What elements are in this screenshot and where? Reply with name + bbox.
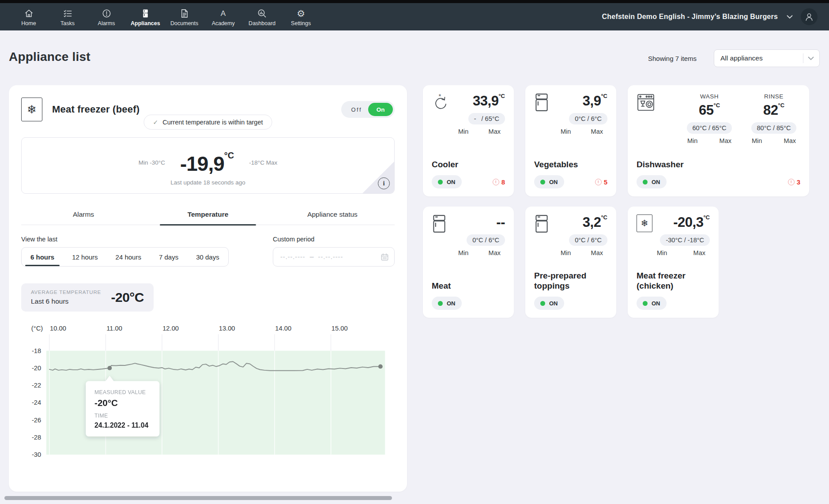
nav-item-documents[interactable]: Documents	[167, 4, 202, 29]
y-tick-label: -18	[32, 347, 41, 354]
status-badge: ON	[432, 297, 462, 310]
nav-label: Appliances	[131, 20, 160, 26]
tab-temperature[interactable]: Temperature	[146, 205, 270, 225]
range-24-hours[interactable]: 24 hours	[107, 248, 150, 266]
x-tick-label: 12.00	[162, 325, 179, 332]
check-icon: ✓	[153, 119, 158, 126]
min-label: Min	[657, 249, 667, 256]
y-tick-label: -26	[32, 417, 41, 424]
min-label: Min	[458, 249, 468, 256]
nav-item-settings[interactable]: ⚙ Settings	[284, 4, 318, 29]
y-tick-label: -22	[32, 382, 41, 389]
nav-label: Settings	[291, 20, 311, 26]
card-temperature: -20,3°C	[673, 214, 710, 229]
time-range-segmented-control: 6 hours 12 hours 24 hours 7 days 30 days	[21, 247, 229, 267]
card-name: Meat	[432, 281, 505, 297]
green-dot	[438, 301, 443, 306]
max-label: Max	[489, 249, 501, 256]
appliance-card-meat[interactable]: -- 0°C / 6°C Min Max Meat ON	[423, 207, 514, 318]
range-6-hours[interactable]: 6 hours	[22, 248, 63, 266]
max-label: Max	[489, 128, 501, 135]
divider	[803, 53, 803, 63]
chevron-down-icon	[808, 54, 814, 62]
average-period-label: Last 6 hours	[31, 297, 101, 305]
target-range-pill: 0°C / 6°C	[569, 113, 607, 124]
wash-label: WASH	[700, 93, 719, 100]
alarm-badge[interactable]: !8	[493, 178, 505, 186]
data-point-marker[interactable]	[107, 366, 112, 370]
status-badge: ON	[432, 175, 462, 188]
alarm-badge[interactable]: !3	[788, 178, 800, 186]
tooltip-measured-value: -20°C	[94, 398, 118, 408]
nav-label: Academy	[212, 20, 235, 26]
max-label: Max	[720, 137, 731, 144]
organization-name[interactable]: Chefstein Demo English - Jimmy’s Blazing…	[602, 13, 778, 21]
x-tick-label: 14.00	[275, 325, 291, 332]
chart-tooltip: MEASURED VALUE-20°CTIME24.1.2022 - 11.04	[86, 376, 159, 436]
horizontal-scrollbar[interactable]	[4, 496, 392, 500]
alert-icon: !	[595, 179, 602, 185]
x-tick-label: 10.00	[50, 325, 66, 332]
toggle-off-label[interactable]: Off	[343, 106, 368, 113]
dashboard-search-icon	[257, 8, 267, 19]
nav-item-alarms[interactable]: Alarms	[89, 4, 124, 29]
corner-fold	[362, 161, 395, 194]
data-point-marker[interactable]	[378, 365, 383, 369]
y-tick-label: -30	[32, 451, 41, 458]
x-tick-label: 11.00	[106, 325, 122, 332]
nav-label: Dashboard	[249, 20, 275, 26]
fridge-icon	[534, 93, 549, 113]
custom-period-input[interactable]: --.--.---- – --.--.----	[273, 247, 395, 267]
range-12-hours[interactable]: 12 hours	[63, 248, 106, 266]
max-target-label: -18°C Max	[249, 159, 277, 166]
nav-label: Tasks	[60, 20, 75, 26]
nav-label: Alarms	[98, 20, 115, 26]
snowflake-icon: ❄	[21, 98, 42, 121]
card-temperature: --	[496, 214, 505, 229]
temperature-chart-svg[interactable]: (°C)10.0011.0012.0013.0014.0015.00-18-20…	[21, 321, 394, 459]
appliance-card-pre-prepared-toppings[interactable]: 3,2°C 0°C / 6°C Min Max Pre-prepared top…	[525, 207, 616, 318]
tooltip-time-value: 24.1.2022 - 11.04	[94, 421, 148, 429]
nav-item-tasks[interactable]: Tasks	[50, 4, 85, 29]
y-tick-label: -20	[32, 365, 41, 372]
detail-card-title: Meat freezer (beef)	[52, 104, 139, 115]
appliance-filter-dropdown[interactable]: All appliances	[714, 49, 820, 67]
tooltip-measured-value-label: MEASURED VALUE	[94, 389, 146, 395]
info-icon[interactable]: i	[378, 177, 390, 189]
status-badge: ✓ Current temperature is within target	[144, 115, 272, 130]
wash-range-pill: 60°C / 65°C	[687, 122, 732, 134]
nav-item-dashboard[interactable]: Dashboard	[245, 4, 279, 29]
rinse-label: RINSE	[764, 93, 784, 100]
alarm-badge[interactable]: !5	[595, 178, 607, 186]
date-range-separator: –	[310, 253, 314, 261]
avatar[interactable]	[801, 8, 818, 25]
card-temperature: 33,9°C	[473, 93, 505, 108]
snowflake-icon: ❄	[637, 214, 652, 232]
appliance-card-dishwasher[interactable]: WASH 65°C 60°C / 65°C Min Max RINSE 82°C…	[628, 85, 809, 196]
card-name: Cooler	[432, 159, 505, 175]
x-tick-label: 13.00	[219, 325, 235, 332]
current-temperature-panel: Min -30°C -19,9°C -18°C Max Last update …	[21, 137, 395, 194]
tab-appliance-status[interactable]: Appliance status	[270, 205, 395, 225]
range-7-days[interactable]: 7 days	[150, 248, 187, 266]
detail-tabs: Alarms Temperature Appliance status	[21, 205, 395, 225]
tab-alarms[interactable]: Alarms	[21, 205, 146, 225]
temperature-chart[interactable]: (°C)10.0011.0012.0013.0014.0015.00-18-20…	[21, 321, 395, 461]
nav-item-home[interactable]: Home	[11, 4, 46, 29]
appliance-card-vegetables[interactable]: 3,9°C 0°C / 6°C Min Max Vegetables ON !5	[525, 85, 616, 196]
y-tick-label: -24	[32, 399, 41, 406]
range-30-days[interactable]: 30 days	[187, 248, 228, 266]
calendar-icon[interactable]	[381, 253, 389, 261]
nav-item-academy[interactable]: A Academy	[206, 4, 241, 29]
toggle-on-label[interactable]: On	[368, 103, 393, 116]
power-toggle[interactable]: Off On	[341, 101, 395, 118]
chevron-down-icon[interactable]	[787, 13, 793, 21]
nav-item-appliances[interactable]: Appliances	[128, 4, 163, 29]
target-range-pill: - / 65°C	[468, 113, 505, 124]
appliance-card-meat-freezer-chicken[interactable]: ❄ -20,3°C -30°C / -18°C Min Max Meat fre…	[628, 207, 719, 318]
alarms-icon	[102, 8, 112, 19]
min-label: Min	[561, 128, 571, 135]
defrost-cycle-icon: *	[432, 93, 449, 114]
appliance-card-cooler[interactable]: * 33,9°C - / 65°C Min Max Cooler ON !8	[423, 85, 514, 196]
y-tick-label: -28	[32, 434, 41, 441]
